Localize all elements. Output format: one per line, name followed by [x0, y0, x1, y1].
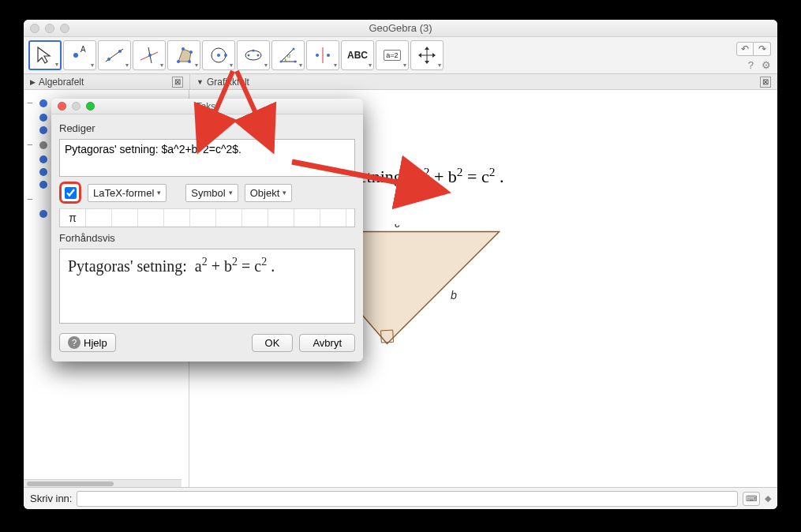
input-label: Skriv inn:: [30, 493, 72, 504]
svg-text:α: α: [287, 53, 290, 58]
latex-checkbox-highlight: [59, 182, 81, 204]
tool-perpendicular[interactable]: ▾: [133, 40, 166, 70]
svg-point-14: [217, 54, 220, 57]
svg-marker-8: [178, 49, 191, 62]
traffic-close[interactable]: [30, 24, 39, 33]
window-title: GeoGebra (3): [24, 22, 777, 34]
svg-point-9: [177, 60, 180, 63]
svg-point-15: [224, 54, 227, 57]
svg-point-25: [294, 61, 297, 63]
ok-button[interactable]: OK: [252, 334, 294, 352]
visibility-dot-icon[interactable]: [39, 99, 47, 107]
dialog-minimize[interactable]: [72, 102, 80, 111]
svg-point-17: [248, 54, 250, 57]
latex-format-select[interactable]: LaTeX-formel▾: [88, 184, 167, 202]
panes-header: ▶ Algebrafelt ⊠ ▼ Grafikkfelt ⊠: [24, 74, 777, 90]
redo-button[interactable]: ↷: [754, 42, 771, 56]
svg-marker-32: [425, 61, 429, 64]
preview-label: Forhåndsvis: [59, 232, 355, 244]
svg-point-4: [118, 50, 122, 53]
preview-box: Pytagoras' setning: a2 + b2 = c2 .: [59, 249, 355, 324]
graphics-tab-label[interactable]: Grafikkfelt: [207, 77, 249, 88]
help-icon[interactable]: ?: [748, 59, 754, 71]
command-input[interactable]: [77, 491, 738, 507]
svg-text:A: A: [80, 45, 86, 54]
visibility-dot-icon[interactable]: [39, 114, 47, 122]
traffic-zoom[interactable]: [60, 24, 69, 33]
visibility-dot-icon[interactable]: [39, 126, 47, 134]
tool-line[interactable]: ▾: [98, 40, 131, 70]
tool-angle[interactable]: α ▾: [271, 40, 305, 70]
svg-point-28: [327, 54, 330, 57]
close-graphics-icon[interactable]: ⊠: [760, 77, 771, 88]
settings-icon[interactable]: ⚙: [762, 59, 771, 71]
tool-polygon[interactable]: ▾: [167, 40, 200, 70]
svg-point-7: [148, 54, 152, 57]
tool-conic[interactable]: ▾: [237, 40, 270, 70]
svg-point-27: [316, 54, 319, 57]
svg-marker-34: [432, 53, 436, 58]
cancel-button[interactable]: Avbryt: [299, 334, 355, 352]
close-algebra-icon[interactable]: ⊠: [172, 77, 183, 88]
svg-point-0: [73, 53, 78, 58]
visibility-dot-icon[interactable]: [39, 210, 47, 218]
svg-point-19: [253, 50, 255, 52]
help-icon: ?: [68, 336, 80, 349]
visibility-dot-icon[interactable]: [39, 168, 47, 176]
tool-point[interactable]: A ▾: [63, 40, 96, 70]
edit-label: Rediger: [59, 122, 355, 134]
svg-marker-31: [425, 47, 429, 50]
tool-translate-view[interactable]: ▾: [410, 40, 444, 70]
svg-point-10: [188, 60, 191, 63]
dialog-titlebar: Tekst: [51, 99, 363, 114]
traffic-minimize[interactable]: [45, 24, 54, 33]
input-help-icon[interactable]: ◆: [765, 493, 771, 504]
tool-reflect[interactable]: ▾: [306, 40, 339, 70]
tool-slider[interactable]: a=2 ▾: [376, 40, 409, 70]
virtual-keyboard-icon[interactable]: ⌨: [743, 492, 760, 506]
tool-text[interactable]: ABC ▾: [341, 40, 374, 70]
latex-checkbox[interactable]: [65, 187, 77, 199]
undo-button[interactable]: ↶: [736, 42, 754, 56]
visibility-dot-icon[interactable]: [39, 181, 47, 189]
tool-circle[interactable]: ▾: [202, 40, 235, 70]
titlebar: GeoGebra (3): [24, 20, 777, 37]
tool-move[interactable]: ▾: [28, 40, 62, 70]
input-bar: Skriv inn: ⌨ ◆: [24, 487, 777, 509]
object-select[interactable]: Objekt▾: [245, 184, 293, 202]
dialog-close[interactable]: [58, 102, 66, 111]
dialog-zoom[interactable]: [86, 102, 95, 111]
edit-textarea[interactable]: Pytagoras' setning: $a^2+b^2=c^2$.: [59, 139, 355, 177]
svg-point-11: [189, 51, 193, 54]
special-char-pi[interactable]: π: [60, 209, 86, 227]
svg-point-23: [280, 61, 283, 63]
toolbar: ▾ A ▾ ▾ ▾ ▾ ▾ ▾: [24, 37, 777, 74]
scrollbar-horizontal[interactable]: [24, 479, 182, 487]
svg-marker-33: [418, 53, 421, 58]
help-button[interactable]: ? Hjelp: [59, 333, 116, 352]
triangle-label-c: c: [395, 224, 400, 230]
special-char-bar[interactable]: π: [59, 208, 355, 227]
visibility-dot-icon[interactable]: [39, 155, 47, 163]
visibility-dot-icon[interactable]: [39, 141, 47, 149]
svg-point-12: [182, 47, 185, 51]
symbol-select[interactable]: Symbol▾: [185, 184, 238, 202]
svg-point-18: [257, 54, 260, 57]
svg-point-24: [293, 48, 295, 51]
svg-point-3: [107, 58, 110, 61]
text-dialog: Tekst Rediger Pytagoras' setning: $a^2+b…: [51, 99, 363, 362]
algebra-tab-label[interactable]: Algebrafelt: [39, 77, 84, 88]
triangle-label-b: b: [451, 289, 457, 302]
